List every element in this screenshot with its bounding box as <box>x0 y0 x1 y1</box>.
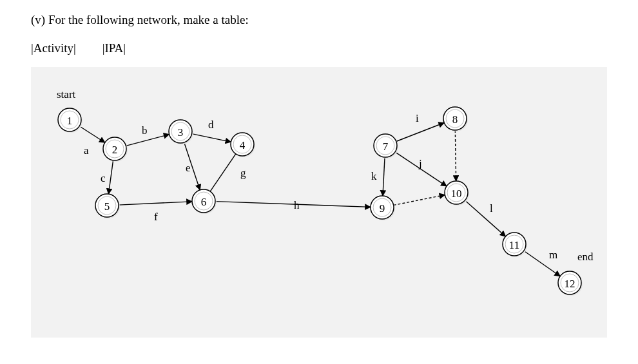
edge-i <box>396 123 444 142</box>
table-headers: |Activity| |IPA| <box>31 41 607 55</box>
edge-a <box>79 126 105 143</box>
node-label-12: 12 <box>565 278 575 290</box>
edge-label-g: g <box>240 167 246 179</box>
network-diagram: abcdefghijklm123456789101112startend <box>31 67 607 338</box>
ipa-header: |IPA| <box>102 41 126 55</box>
node-label-8: 8 <box>452 113 458 126</box>
edge-b <box>126 135 169 146</box>
activity-header: |Activity| <box>31 41 76 55</box>
end-label: end <box>577 251 594 263</box>
edge-k <box>383 157 385 196</box>
node-label-11: 11 <box>509 239 519 251</box>
edge-label-b: b <box>142 124 148 137</box>
edge-c <box>108 160 113 194</box>
edge-8-10 <box>455 130 456 181</box>
edge-d <box>192 134 231 142</box>
edge-h <box>215 202 371 207</box>
network-svg: abcdefghijklm123456789101112startend <box>31 67 607 338</box>
edge-9-10 <box>394 195 445 206</box>
edge-label-i: i <box>416 112 419 124</box>
node-label-2: 2 <box>112 144 118 156</box>
node-label-1: 1 <box>67 115 73 127</box>
node-label-4: 4 <box>240 139 246 151</box>
edge-label-h: h <box>294 199 300 211</box>
edge-label-k: k <box>371 170 377 182</box>
node-label-3: 3 <box>178 126 184 139</box>
edge-label-f: f <box>154 211 158 223</box>
node-label-7: 7 <box>383 140 389 153</box>
edge-label-a: a <box>84 144 89 157</box>
edge-label-c: c <box>101 172 106 184</box>
edge-label-j: j <box>418 157 422 169</box>
edge-label-e: e <box>186 162 191 174</box>
prompt-text: (v) For the following network, make a ta… <box>31 13 249 26</box>
node-label-6: 6 <box>201 196 207 208</box>
node-label-9: 9 <box>380 202 385 215</box>
edge-label-d: d <box>208 119 214 131</box>
question-prompt: (v) For the following network, make a ta… <box>31 13 607 27</box>
edge-label-l: l <box>490 202 493 215</box>
start-label: start <box>57 88 76 101</box>
node-label-10: 10 <box>451 187 462 200</box>
edge-f <box>119 202 192 205</box>
edge-g <box>210 154 236 191</box>
edge-label-m: m <box>549 249 557 261</box>
edge-l <box>465 200 505 236</box>
node-label-5: 5 <box>104 200 110 213</box>
